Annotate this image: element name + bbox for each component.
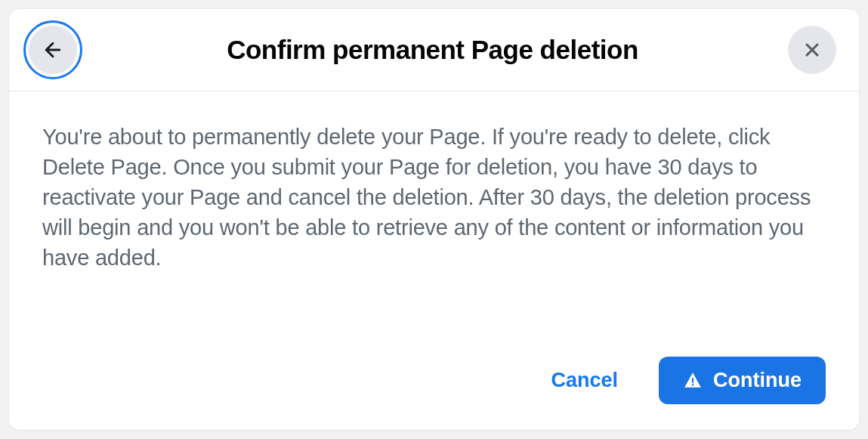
arrow-left-icon <box>42 39 64 61</box>
cancel-label: Cancel <box>551 369 618 391</box>
warning-icon <box>683 371 703 391</box>
dialog-header: Confirm permanent Page deletion <box>9 9 859 91</box>
deletion-warning-text: You're about to permanently delete your … <box>42 122 826 273</box>
close-icon <box>802 39 823 60</box>
continue-button[interactable]: Continue <box>659 357 826 404</box>
dialog-body: You're about to permanently delete your … <box>9 91 859 343</box>
back-button[interactable] <box>29 26 77 74</box>
svg-rect-0 <box>692 378 693 383</box>
dialog-title: Confirm permanent Page deletion <box>77 35 788 65</box>
continue-label: Continue <box>713 369 802 392</box>
svg-rect-1 <box>692 384 693 385</box>
dialog-footer: Cancel Continue <box>9 343 859 430</box>
confirm-deletion-dialog: Confirm permanent Page deletion You're a… <box>9 9 859 430</box>
close-button[interactable] <box>788 26 836 74</box>
cancel-button[interactable]: Cancel <box>530 358 639 403</box>
